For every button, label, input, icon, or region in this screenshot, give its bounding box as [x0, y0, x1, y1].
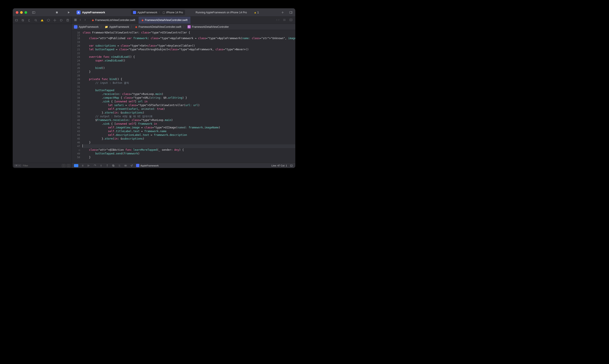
- code-content[interactable]: class FrameworkDetailViewController: cla…: [82, 30, 295, 163]
- titlebar-right: [280, 10, 293, 15]
- navigator-filter-input[interactable]: [23, 164, 61, 167]
- breadcrumb-group: AppleFramework: [109, 25, 129, 28]
- source-control-navigator-icon[interactable]: [21, 18, 25, 22]
- cursor-position: Line: 47 Col: 1: [272, 164, 287, 167]
- svg-rect-5: [290, 11, 292, 13]
- svg-rect-2: [56, 12, 58, 13]
- find-navigator-icon[interactable]: [34, 18, 38, 22]
- fullscreen-window-button[interactable]: [25, 11, 27, 14]
- tab-label: FrameworkDetailViewController.swift: [145, 19, 187, 22]
- breadcrumb-symbol: FrameworkDetailViewController: [192, 25, 229, 28]
- tab-framework-list[interactable]: ◆ FrameworkListViewController.swift: [89, 17, 139, 24]
- debug-process[interactable]: AppleFramework: [136, 164, 159, 167]
- code-editor[interactable]: 1617181920212223242526272829303132333435…: [72, 30, 295, 163]
- minimize-window-button[interactable]: [20, 11, 23, 14]
- simulate-location-icon[interactable]: [130, 164, 133, 167]
- symbol-navigator-icon[interactable]: [27, 18, 31, 22]
- run-status-label: Running AppleFramework on iPhone 14 Pro: [195, 11, 247, 14]
- svg-line-10: [36, 21, 37, 21]
- breadcrumb-project: AppleFramework: [79, 25, 99, 28]
- step-over-button[interactable]: [93, 164, 97, 167]
- filter-recents-icon[interactable]: [62, 164, 65, 167]
- warning-badge[interactable]: ▲ 1: [254, 11, 259, 14]
- library-button[interactable]: [289, 10, 293, 15]
- traffic-lights: [16, 11, 27, 14]
- tab-bar: ◆ FrameworkListViewController.swift ◆ Fr…: [72, 17, 295, 24]
- body-split: ◆ FrameworkListViewController.swift ◆ Fr…: [13, 17, 295, 168]
- svg-line-8: [22, 19, 24, 21]
- chevron-right-icon: 〉: [183, 25, 186, 29]
- forward-button[interactable]: [84, 18, 87, 22]
- device-icon: ▢: [163, 11, 165, 14]
- add-button[interactable]: [280, 10, 285, 15]
- svg-rect-32: [112, 165, 114, 166]
- filter-scope-button[interactable]: [14, 164, 21, 167]
- scheme-device-label: iPhone 14 Pro: [166, 11, 183, 14]
- pause-button[interactable]: [81, 164, 84, 167]
- svg-point-29: [101, 166, 101, 167]
- chevron-right-icon: 〉: [159, 11, 161, 14]
- environment-overrides-icon[interactable]: [124, 164, 127, 167]
- tab-framework-detail[interactable]: ◆ FrameworkDetailViewController.swift: [139, 17, 191, 24]
- line-gutter[interactable]: 1617181920212223242526272829303132333435…: [72, 30, 82, 163]
- titlebar: A AppleFramework AppleFramework 〉 ▢ iPho…: [13, 8, 295, 17]
- svg-rect-16: [68, 165, 69, 166]
- run-button[interactable]: [66, 10, 71, 15]
- chevron-right-icon: 〉: [130, 25, 134, 29]
- svg-point-9: [35, 19, 37, 21]
- svg-rect-33: [113, 165, 114, 167]
- filter-scm-icon[interactable]: [67, 164, 70, 167]
- navigator-filter-bar: [13, 163, 72, 168]
- add-editor-icon[interactable]: [289, 18, 293, 22]
- navigator-toolbar: [13, 17, 72, 24]
- project-name-label: AppleFramework: [82, 11, 105, 14]
- scheme-selector[interactable]: AppleFramework 〉 ▢ iPhone 14 Pro: [131, 10, 185, 15]
- report-navigator-icon[interactable]: [66, 18, 69, 22]
- svg-point-31: [107, 166, 107, 167]
- debug-memory-icon[interactable]: [118, 164, 121, 167]
- app-icon: A: [77, 11, 80, 14]
- sidebar-toggle-icon[interactable]: [31, 10, 36, 15]
- app-icon: [136, 164, 139, 167]
- step-out-button[interactable]: [105, 164, 109, 167]
- project-navigator-icon[interactable]: [15, 18, 18, 22]
- jump-bar[interactable]: AppleFramework 〉 📁 AppleFramework 〉 ◆ Fr…: [72, 24, 295, 30]
- folder-icon: 📁: [105, 25, 108, 28]
- issue-navigator-icon[interactable]: [40, 18, 44, 22]
- svg-rect-0: [32, 11, 35, 13]
- breadcrumb-file: FrameworkDetailViewController.swift: [139, 25, 181, 28]
- navigator-sidebar: [13, 17, 72, 168]
- toggle-debug-area-icon[interactable]: [290, 164, 293, 167]
- breakpoint-toggle[interactable]: [74, 164, 78, 167]
- tab-controls: [72, 17, 89, 24]
- svg-point-11: [54, 20, 55, 21]
- swift-file-icon: ◆: [92, 19, 94, 22]
- swift-file-icon: ◆: [135, 25, 137, 28]
- editor-area: ◆ FrameworkListViewController.swift ◆ Fr…: [72, 17, 295, 168]
- breakpoint-navigator-icon[interactable]: [60, 18, 63, 22]
- warning-count: 1: [257, 11, 259, 14]
- code-review-icon[interactable]: [276, 18, 280, 22]
- project-title[interactable]: A AppleFramework: [77, 11, 105, 14]
- svg-rect-19: [74, 20, 75, 21]
- back-button[interactable]: [79, 18, 82, 22]
- step-into-button[interactable]: [99, 164, 103, 167]
- scheme-app-icon: [133, 11, 136, 14]
- svg-rect-20: [76, 20, 77, 21]
- warning-icon: ▲: [254, 11, 256, 14]
- test-navigator-icon[interactable]: [47, 18, 50, 22]
- continue-button[interactable]: [87, 164, 91, 167]
- navigator-content: [13, 24, 72, 163]
- debug-bar: AppleFramework Line: 47 Col: 1: [72, 163, 295, 168]
- tab-right-controls: [273, 17, 295, 24]
- debug-navigator-icon[interactable]: [53, 18, 56, 22]
- tab-label: FrameworkListViewController.swift: [95, 19, 135, 22]
- swift-file-icon: ◆: [142, 19, 143, 22]
- debug-view-hierarchy-icon[interactable]: [112, 164, 115, 167]
- svg-rect-17: [74, 19, 75, 20]
- close-window-button[interactable]: [16, 11, 18, 14]
- related-items-icon[interactable]: [74, 18, 77, 22]
- stop-button[interactable]: [55, 10, 59, 15]
- app-icon: [74, 25, 78, 29]
- editor-options-icon[interactable]: [283, 18, 286, 22]
